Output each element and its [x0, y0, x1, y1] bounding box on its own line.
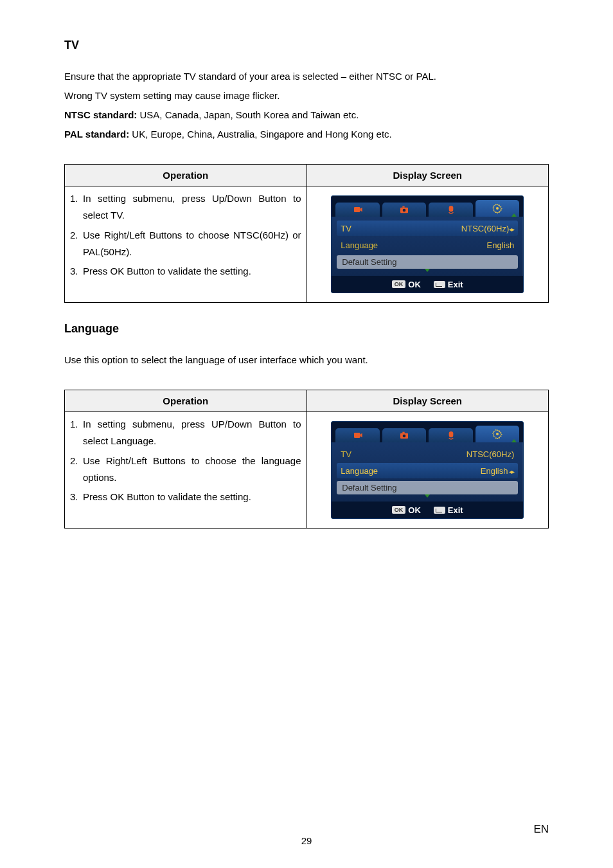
tv-pal-line: PAL standard: UK, Europe, China, Austral…	[64, 125, 549, 143]
footer-exit-text: Exit	[448, 505, 463, 515]
footer-ok: OKOK	[392, 505, 421, 515]
row-lang-label: Language	[341, 240, 378, 250]
th-display-2: Display Screen	[306, 390, 549, 412]
screen-tabs	[332, 422, 523, 442]
th-display: Display Screen	[306, 165, 549, 186]
display-screen-tv: TV NTSC(60Hz)◂▸ Language English Default…	[331, 195, 524, 293]
step-num: 2.	[70, 227, 83, 261]
list-item: 2.Use Right/Left Buttons to choose the l…	[70, 453, 301, 487]
row-lang-label: Language	[341, 466, 378, 476]
row-tv: TV NTSC(60Hz)	[337, 446, 518, 462]
tab-audio-icon	[429, 203, 473, 217]
arrows-lr-icon: ◂▸	[508, 468, 514, 475]
ok-badge-icon: OK	[392, 506, 406, 514]
language-display-cell: TV NTSC(60Hz) Language English ◂▸ Defaul…	[306, 412, 549, 529]
row-tv-value: NTSC(60Hz)	[461, 224, 509, 233]
row-language: Language English	[337, 237, 518, 253]
svg-rect-3	[402, 206, 404, 208]
list-item: 3.Press OK Button to validate the settin…	[70, 263, 301, 280]
step-num: 1.	[70, 416, 83, 450]
row-lang-value: English	[481, 466, 508, 476]
tab-video-icon	[335, 203, 380, 217]
step-num: 3.	[70, 489, 83, 505]
arrow-down-icon	[425, 494, 430, 498]
tv-para-2: Wrong TV system setting may cause image …	[64, 87, 549, 104]
th-operation-2: Operation	[65, 390, 307, 412]
svg-rect-8	[402, 432, 404, 433]
footer-ok: OKOK	[392, 280, 421, 289]
exit-icon	[434, 507, 445, 514]
ntsc-text: USA, Canada, Japan, South Korea and Taiw…	[137, 109, 359, 120]
step-text: Press OK Button to validate the setting.	[83, 489, 301, 505]
row-default-setting: Default Setting	[337, 481, 518, 494]
footer-ok-text: OK	[408, 505, 421, 515]
step-num: 3.	[70, 263, 83, 280]
row-default-setting: Default Setting	[337, 255, 518, 269]
screen-footer: OKOK Exit	[332, 276, 523, 293]
screen-footer: OKOK Exit	[332, 502, 523, 518]
step-text: In setting submenu, press Up/Down Button…	[83, 190, 301, 224]
row-tv-right: NTSC(60Hz)◂▸	[461, 223, 514, 233]
svg-point-7	[403, 435, 406, 438]
screen-tabs	[332, 196, 523, 217]
tv-para-1: Ensure that the appropriate TV standard …	[64, 68, 549, 85]
svg-point-4	[496, 207, 499, 210]
row-tv: TV NTSC(60Hz)◂▸	[337, 221, 518, 236]
pal-text: UK, Europe, China, Australia, Singapore …	[129, 129, 392, 140]
row-tv-value: NTSC(60Hz)	[466, 449, 514, 459]
row-lang-value: English	[487, 240, 515, 250]
tab-camera-icon	[382, 428, 427, 442]
exit-icon	[434, 281, 445, 288]
svg-rect-5	[354, 433, 360, 438]
svg-point-9	[496, 433, 499, 435]
footer-exit: Exit	[434, 505, 463, 515]
step-num: 1.	[70, 190, 83, 224]
footer-exit-text: Exit	[448, 280, 463, 289]
screen-content: TV NTSC(60Hz)◂▸ Language English Default…	[332, 217, 523, 276]
screen-content: TV NTSC(60Hz) Language English ◂▸ Defaul…	[332, 442, 523, 502]
step-text: Use Right/Left Buttons to choose the lan…	[83, 453, 301, 487]
list-item: 1.In setting submenu, press UP/Down Butt…	[70, 416, 301, 450]
row-tv-label: TV	[341, 449, 351, 459]
svg-rect-0	[354, 207, 360, 212]
ok-badge-icon: OK	[392, 280, 406, 288]
arrow-down-icon	[425, 269, 430, 272]
language-steps-cell: 1.In setting submenu, press UP/Down Butt…	[65, 412, 307, 529]
row-tv-label: TV	[341, 224, 351, 233]
arrow-up-icon	[511, 213, 517, 217]
display-screen-language: TV NTSC(60Hz) Language English ◂▸ Defaul…	[331, 421, 524, 519]
arrow-up-icon	[511, 439, 517, 442]
page-container: TV Ensure that the appropriate TV standa…	[0, 0, 613, 868]
page-number: 29	[0, 835, 613, 846]
row-lang-right: English ◂▸	[481, 466, 514, 476]
step-text: Press OK Button to validate the setting.	[83, 263, 301, 280]
tv-steps-cell: 1.In setting submenu, press Up/Down Butt…	[65, 186, 307, 303]
tv-ntsc-line: NTSC standard: USA, Canada, Japan, South…	[64, 106, 549, 123]
step-text: In setting submenu, press UP/Down Button…	[83, 416, 301, 450]
row-language: Language English ◂▸	[337, 463, 518, 478]
language-para: Use this option to select the language o…	[64, 351, 549, 368]
list-item: 2.Use Right/Left Buttons to choose NTSC(…	[70, 227, 301, 261]
list-item: 1.In setting submenu, press Up/Down Butt…	[70, 190, 301, 224]
list-item: 3.Press OK Button to validate the settin…	[70, 489, 301, 505]
tab-audio-icon	[429, 428, 473, 442]
tab-video-icon	[335, 428, 380, 442]
section-tv-heading: TV	[64, 39, 549, 52]
ntsc-bold: NTSC standard:	[64, 109, 137, 120]
step-text: Use Right/Left Buttons to choose NTSC(60…	[83, 227, 301, 261]
footer-ok-text: OK	[408, 280, 421, 289]
pal-bold: PAL standard:	[64, 129, 129, 140]
th-operation: Operation	[65, 165, 307, 186]
svg-point-2	[403, 209, 406, 212]
footer-exit: Exit	[434, 280, 463, 289]
language-corner: EN	[533, 823, 549, 836]
tv-table: Operation Display Screen 1.In setting su…	[64, 164, 549, 303]
tv-display-cell: TV NTSC(60Hz)◂▸ Language English Default…	[306, 186, 549, 303]
tab-camera-icon	[382, 203, 427, 217]
step-num: 2.	[70, 453, 83, 487]
arrows-lr-icon: ◂▸	[509, 226, 514, 233]
language-table: Operation Display Screen 1.In setting su…	[64, 390, 549, 529]
section-language-heading: Language	[64, 322, 549, 336]
